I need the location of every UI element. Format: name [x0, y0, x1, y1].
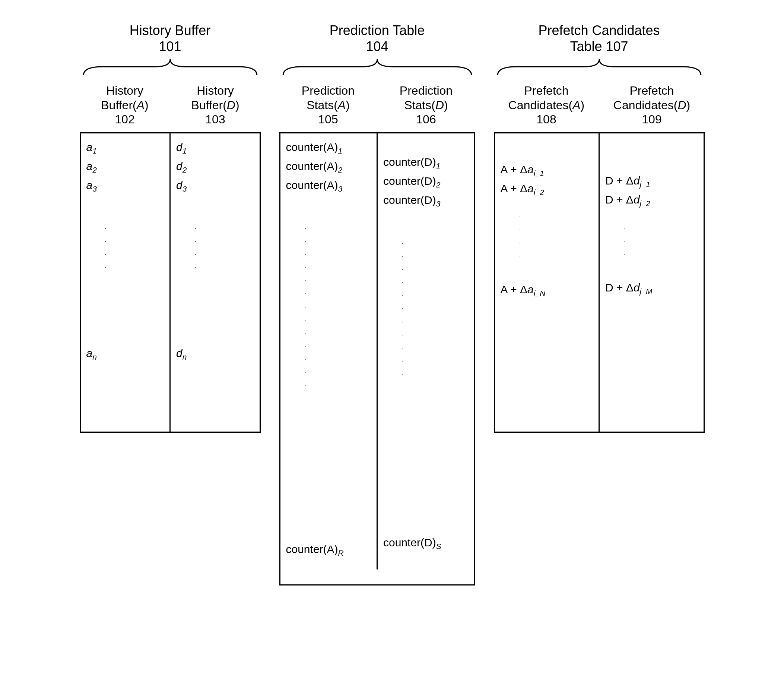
list-item: A + Δai_2: [501, 182, 593, 197]
list-item: dn: [176, 347, 254, 362]
list-item: A + Δai_N: [501, 283, 593, 298]
prediction-table-title: Prediction Table 104: [330, 22, 425, 54]
prediction-stats-a-column: counter(A)1 counter(A)2 counter(A)3 ....…: [280, 133, 378, 570]
history-buffer-table: a1 a2 a3 .... an d1 d2 d3 .... dn: [80, 132, 261, 433]
list-item: d2: [176, 160, 254, 174]
ellipsis-icon: ....: [501, 209, 593, 261]
ellipsis-icon: ...........: [383, 235, 468, 380]
prefetch-candidates-a-header: Prefetch Candidates(A) 108: [494, 83, 599, 132]
list-item: D + Δdj_2: [605, 193, 698, 208]
ellipsis-icon: ....: [86, 220, 164, 273]
column-headers: Prediction Stats(A) 105 Prediction Stats…: [279, 83, 475, 132]
list-item: counter(A)R: [286, 543, 371, 558]
prefetch-candidates-table: A + Δai_1 A + Δai_2 .... A + Δai_N D + Δ…: [494, 132, 705, 433]
list-item: D + Δdj_M: [605, 281, 698, 296]
list-item: counter(D)1: [383, 156, 468, 170]
column-headers: Prefetch Candidates(A) 108 Prefetch Cand…: [494, 83, 705, 132]
brace-icon: [80, 57, 261, 76]
history-buffer-d-column: d1 d2 d3 .... dn: [170, 133, 259, 432]
diagram-container: History Buffer 101 History Buffer(A) 102…: [22, 22, 762, 586]
list-item: counter(D)S: [383, 536, 468, 551]
list-item: a1: [86, 141, 164, 156]
list-item: counter(D)2: [383, 175, 468, 189]
list-item: counter(A)2: [286, 160, 371, 174]
list-item: counter(D)3: [383, 194, 468, 208]
prediction-stats-d-header: Prediction Stats(D) 106: [377, 83, 475, 132]
list-item: a3: [86, 179, 164, 193]
list-item: an: [86, 347, 164, 362]
prediction-stats-d-column: counter(D)1 counter(D)2 counter(D)3 ....…: [377, 133, 474, 584]
prediction-table-group: Prediction Table 104 Prediction Stats(A)…: [279, 22, 475, 586]
prediction-table: counter(A)1 counter(A)2 counter(A)3 ....…: [279, 132, 475, 586]
list-item: counter(A)1: [286, 141, 371, 156]
history-buffer-group: History Buffer 101 History Buffer(A) 102…: [80, 22, 261, 433]
prefetch-candidates-d-header: Prefetch Candidates(D) 109: [599, 83, 705, 132]
prefetch-candidates-group: Prefetch Candidates Table 107 Prefetch C…: [494, 22, 705, 433]
ellipsis-icon: ...: [605, 220, 698, 260]
history-buffer-title: History Buffer 101: [130, 22, 211, 54]
list-item: a2: [86, 160, 164, 174]
prefetch-candidates-a-column: A + Δai_1 A + Δai_2 .... A + Δai_N: [495, 133, 600, 432]
ellipsis-icon: .............: [286, 220, 371, 391]
list-item: d1: [176, 141, 254, 156]
history-buffer-a-header: History Buffer(A) 102: [80, 83, 170, 132]
brace-icon: [494, 57, 705, 76]
list-item: counter(A)3: [286, 179, 371, 193]
list-item: d3: [176, 179, 254, 193]
list-item: A + Δai_1: [501, 163, 593, 178]
column-headers: History Buffer(A) 102 History Buffer(D) …: [80, 83, 261, 132]
prefetch-candidates-title: Prefetch Candidates Table 107: [538, 22, 659, 54]
history-buffer-d-header: History Buffer(D) 103: [170, 83, 261, 132]
brace-icon: [279, 57, 475, 76]
history-buffer-a-column: a1 a2 a3 .... an: [81, 133, 171, 432]
prediction-stats-a-header: Prediction Stats(A) 105: [279, 83, 377, 132]
ellipsis-icon: ....: [176, 220, 254, 273]
list-item: D + Δdj_1: [605, 174, 698, 189]
prefetch-candidates-d-column: D + Δdj_1 D + Δdj_2 ... D + Δdj_M: [599, 133, 703, 432]
